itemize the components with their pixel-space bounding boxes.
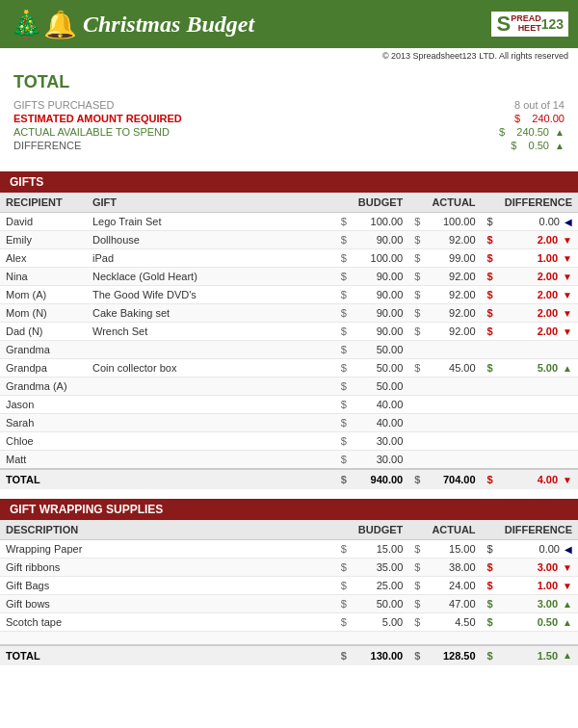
budget-value-cell: 90.00	[353, 304, 408, 323]
budget-value-cell: 100.00	[353, 213, 408, 231]
actual-value-cell	[426, 414, 481, 432]
actual-dollar-cell	[408, 432, 426, 451]
actual-value-cell: 100.00	[426, 213, 481, 231]
estimated-label: ESTIMATED AMOUNT REQUIRED	[13, 113, 182, 124]
arrow-down-icon: ▼	[563, 235, 572, 246]
diff-value: 2.00 ▼	[499, 231, 578, 249]
gift-cell	[87, 377, 335, 396]
budget-value-cell: 50.00	[353, 377, 408, 396]
estimated-dollar: $	[514, 113, 520, 124]
col-header-diff-dollar	[482, 193, 499, 213]
diff-value: 0.00 ◀	[499, 213, 578, 231]
wrapping-table: DESCRIPTION BUDGET ACTUAL DIFFERENCE Wra…	[0, 520, 578, 665]
wrap-diff-value: 3.00 ▼	[499, 559, 578, 577]
recipient-cell: Nina	[0, 268, 87, 286]
col-header-wrap-actual: ACTUAL	[426, 520, 481, 540]
wrap-actual-dollar: $	[408, 577, 426, 595]
gifts-total-label: TOTAL	[0, 469, 335, 489]
diff-dollar-empty	[482, 341, 499, 359]
wrap-diff-value: 0.00 ◀	[499, 540, 578, 559]
logo-s: S	[496, 13, 511, 35]
budget-dollar-cell: $	[335, 286, 353, 304]
gifts-table-row: Emily Dollhouse $ 90.00 $ 92.00 $ 2.00 ▼	[0, 231, 578, 249]
col-header-wrap-budget: BUDGET	[353, 520, 408, 540]
wrap-total-diff: 1.50 ▲	[499, 645, 578, 665]
gifts-table-row: Grandma (A) $ 50.00	[0, 377, 578, 396]
wrap-budget-dollar: $	[335, 540, 353, 559]
gifts-purchased-value: 8 out of 14	[514, 99, 565, 111]
gifts-table-row: Jason $ 40.00	[0, 396, 578, 414]
wrap-diff-value: 3.00 ▲	[499, 595, 578, 613]
recipient-cell: Chloe	[0, 432, 87, 451]
actual-value-cell: 99.00	[426, 249, 481, 268]
actual-arrow-up: ▲	[555, 127, 565, 138]
wrap-actual-dollar: $	[408, 613, 426, 632]
empty-cell	[0, 632, 578, 645]
col-header-wrap-diff-dollar	[482, 520, 499, 540]
gift-cell	[87, 396, 335, 414]
budget-value-cell: 90.00	[353, 268, 408, 286]
actual-dollar-cell: $	[408, 213, 426, 231]
actual-value-cell	[426, 432, 481, 451]
diff-value: 5.00 ▲	[499, 359, 578, 377]
gifts-section-header: GIFTS	[0, 171, 578, 193]
budget-dollar-cell: $	[335, 213, 353, 231]
col-header-wrap-diff: DIFFERENCE	[499, 520, 578, 540]
actual-dollar-cell	[408, 414, 426, 432]
actual-value-cell: 45.00	[426, 359, 481, 377]
difference-label: DIFFERENCE	[13, 140, 81, 151]
actual-dollar-cell: $	[408, 231, 426, 249]
gifts-total-diff: 4.00 ▼	[499, 469, 578, 489]
wrapping-total-label: TOTAL	[0, 645, 335, 665]
wrap-total-actual: 128.50	[426, 645, 481, 665]
estimated-amount: 240.00	[532, 113, 565, 124]
wrap-total-diff-dollar: $	[482, 645, 499, 665]
wrap-actual-value: 38.00	[426, 559, 481, 577]
arrow-down-icon: ▼	[563, 581, 572, 591]
difference-arrow-up: ▲	[555, 141, 565, 151]
actual-value: $ 240.50 ▲	[499, 126, 565, 138]
budget-dollar-cell: $	[335, 451, 353, 470]
wrap-desc-cell: Gift Bags	[0, 577, 335, 595]
actual-value-cell	[426, 341, 481, 359]
gifts-table-row: Sarah $ 40.00	[0, 414, 578, 432]
budget-dollar-cell: $	[335, 359, 353, 377]
wrapping-empty-row	[0, 632, 578, 645]
wrap-diff-dollar: $	[482, 540, 499, 559]
budget-dollar-cell: $	[335, 249, 353, 268]
actual-dollar-cell: $	[408, 304, 426, 323]
recipient-cell: Jason	[0, 396, 87, 414]
actual-value-cell	[426, 451, 481, 470]
actual-dollar-cell: $	[408, 359, 426, 377]
budget-dollar-cell: $	[335, 268, 353, 286]
col-header-description: DESCRIPTION	[0, 520, 335, 540]
arrow-down-icon: ▼	[563, 475, 572, 485]
actual-value-cell	[426, 396, 481, 414]
page-header: 🎄🔔 Christmas Budget S PREAD HEET 123	[0, 0, 578, 48]
diff-dollar-empty	[482, 451, 499, 470]
arrow-down-icon: ▼	[563, 253, 572, 264]
wrapping-table-row: Gift bows $ 50.00 $ 47.00 $ 3.00 ▲	[0, 595, 578, 613]
col-header-actual: ACTUAL	[426, 193, 481, 213]
estimated-value: $ 240.00	[514, 113, 565, 124]
actual-dollar-cell: $	[408, 323, 426, 341]
gifts-total-budget: 940.00	[353, 469, 408, 489]
budget-value-cell: 40.00	[353, 396, 408, 414]
recipient-cell: Sarah	[0, 414, 87, 432]
gifts-total-actual-dollar: $	[408, 469, 426, 489]
header-left: 🎄🔔 Christmas Budget	[10, 9, 254, 40]
gifts-table-row: Mom (A) The Good Wife DVD's $ 90.00 $ 92…	[0, 286, 578, 304]
gifts-table-row: David Lego Train Set $ 100.00 $ 100.00 $…	[0, 213, 578, 231]
recipient-cell: Grandma	[0, 341, 87, 359]
actual-value-cell: 92.00	[426, 304, 481, 323]
col-header-wrap-budget-dollar	[335, 520, 353, 540]
arrow-down-icon: ▼	[563, 326, 572, 337]
arrow-up-icon: ▲	[563, 363, 572, 374]
difference-dollar: $	[511, 140, 516, 151]
actual-dollar-cell	[408, 451, 426, 470]
col-header-wrap-actual-dollar	[408, 520, 426, 540]
budget-value-cell: 100.00	[353, 249, 408, 268]
recipient-cell: Dad (N)	[0, 323, 87, 341]
arrow-left-icon: ◀	[565, 544, 572, 555]
wrap-budget-dollar: $	[335, 559, 353, 577]
